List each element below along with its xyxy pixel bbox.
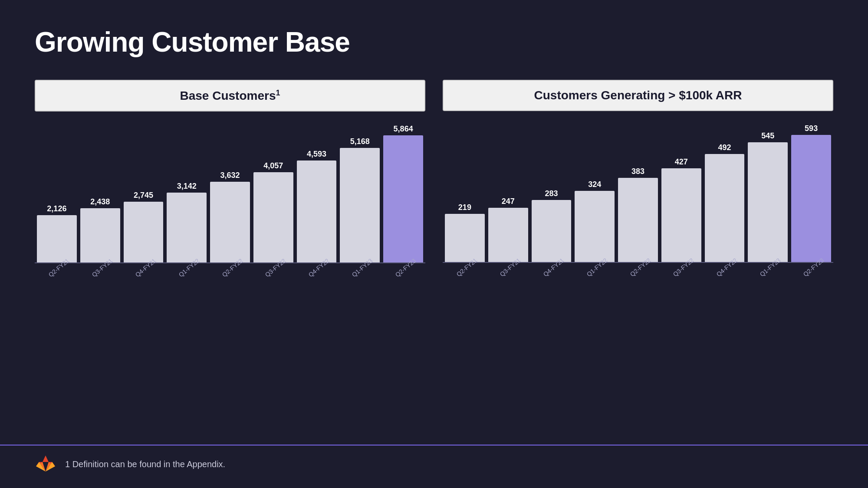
bar-value-label: 492 [718, 143, 731, 152]
bar-value-label: 247 [502, 197, 515, 206]
chart2-x-labels: Q2-FY21Q3-FY21Q4-FY21Q1-FY22Q2-FY22Q3-FY… [443, 265, 833, 291]
x-label-cell: Q3-FY22 [253, 265, 293, 272]
chart2-container: Customers Generating > $100k ARR 2192472… [443, 80, 833, 289]
x-label-cell: Q4-FY22 [297, 265, 337, 272]
bar-rect [791, 135, 831, 262]
chart1-body: 2,1262,4382,7453,1423,6324,0574,5935,168… [35, 124, 425, 289]
chart1-header: Base Customers1 [35, 80, 425, 111]
chart2-bars: 219247283324383427492545593 [443, 124, 833, 263]
bar-rect [618, 178, 658, 262]
page-title: Growing Customer Base [35, 26, 833, 58]
bar-group: 2,438 [80, 124, 120, 262]
bar-rect [37, 215, 77, 262]
bar-group: 247 [488, 124, 528, 262]
x-label-cell: Q4-FY21 [124, 265, 164, 272]
bar-group: 492 [705, 124, 745, 262]
footer: 1 Definition can be found in the Appendi… [0, 445, 868, 475]
bar-value-label: 427 [675, 157, 688, 167]
svg-marker-0 [43, 455, 49, 462]
bar-rect [748, 142, 788, 262]
gitlab-logo [35, 453, 56, 475]
bar-value-label: 5,864 [394, 124, 413, 134]
chart1-title: Base Customers1 [180, 89, 280, 102]
x-label-cell: Q1-FY22 [575, 265, 615, 272]
page: Growing Customer Base Base Customers1 2,… [0, 0, 868, 488]
bar-group: 2,126 [37, 124, 77, 262]
bar-group: 4,593 [297, 124, 337, 262]
x-label-cell: Q2-FY21 [37, 265, 77, 272]
bar-value-label: 4,593 [307, 150, 326, 159]
bar-value-label: 2,126 [47, 204, 66, 213]
bar-rect [340, 148, 380, 262]
x-label-cell: Q2-FY22 [210, 265, 250, 272]
bar-rect [445, 214, 485, 262]
bar-group: 219 [445, 124, 485, 262]
bar-rect [575, 191, 615, 262]
bar-group: 283 [532, 124, 572, 262]
chart2-title: Customers Generating > $100k ARR [534, 88, 742, 102]
chart1-container: Base Customers1 2,1262,4382,7453,1423,63… [35, 80, 425, 289]
x-label-cell: Q3-FY21 [488, 265, 528, 272]
chart1-x-labels: Q2-FY21Q3-FY21Q4-FY21Q1-FY22Q2-FY22Q3-FY… [35, 265, 425, 291]
bar-rect [210, 182, 250, 262]
bar-rect [705, 154, 745, 262]
bar-value-label: 383 [631, 167, 644, 176]
bar-rect [532, 200, 572, 262]
bar-group: 5,864 [383, 124, 423, 262]
bar-value-label: 2,438 [90, 197, 110, 206]
x-label-cell: Q1-FY23 [748, 265, 788, 272]
chart2-body: 219247283324383427492545593 Q2-FY21Q3-FY… [443, 124, 833, 289]
bar-group: 545 [748, 124, 788, 262]
bar-rect [253, 172, 293, 262]
bar-value-label: 3,142 [177, 182, 197, 191]
bar-value-label: 545 [761, 131, 774, 141]
bar-group: 2,745 [124, 124, 164, 262]
bar-group: 593 [791, 124, 831, 262]
bar-value-label: 283 [545, 189, 558, 198]
bar-value-label: 324 [588, 180, 601, 189]
bar-rect [488, 208, 528, 262]
bar-value-label: 4,057 [263, 161, 283, 170]
bar-value-label: 2,745 [134, 191, 153, 200]
x-label-cell: Q2-FY23 [383, 265, 423, 272]
x-label-cell: Q1-FY23 [340, 265, 380, 272]
x-label-cell: Q1-FY22 [167, 265, 207, 272]
bar-group: 4,057 [253, 124, 293, 262]
bar-group: 383 [618, 124, 658, 262]
x-label-cell: Q2-FY21 [445, 265, 485, 272]
x-label-cell: Q2-FY23 [791, 265, 831, 272]
bar-group: 427 [661, 124, 701, 262]
bar-group: 324 [575, 124, 615, 262]
bar-rect [124, 202, 164, 262]
bar-rect [661, 168, 701, 262]
x-label-cell: Q4-FY21 [532, 265, 572, 272]
x-label-cell: Q2-FY22 [618, 265, 658, 272]
bar-group: 3,632 [210, 124, 250, 262]
bar-rect [167, 193, 207, 262]
x-label-cell: Q3-FY22 [661, 265, 701, 272]
bar-group: 3,142 [167, 124, 207, 262]
bar-value-label: 3,632 [220, 171, 240, 180]
charts-row: Base Customers1 2,1262,4382,7453,1423,63… [35, 80, 833, 289]
bar-rect [383, 135, 423, 262]
x-label-cell: Q3-FY21 [80, 265, 120, 272]
bar-value-label: 5,168 [350, 137, 370, 146]
chart2-header: Customers Generating > $100k ARR [443, 80, 833, 111]
bar-value-label: 219 [458, 203, 471, 212]
x-label-cell: Q4-FY22 [705, 265, 745, 272]
chart1-bars: 2,1262,4382,7453,1423,6324,0574,5935,168… [35, 124, 425, 263]
bar-value-label: 593 [805, 124, 818, 133]
bar-group: 5,168 [340, 124, 380, 262]
footnote-text: 1 Definition can be found in the Appendi… [65, 459, 225, 469]
bar-rect [297, 160, 337, 262]
bar-rect [80, 208, 120, 262]
